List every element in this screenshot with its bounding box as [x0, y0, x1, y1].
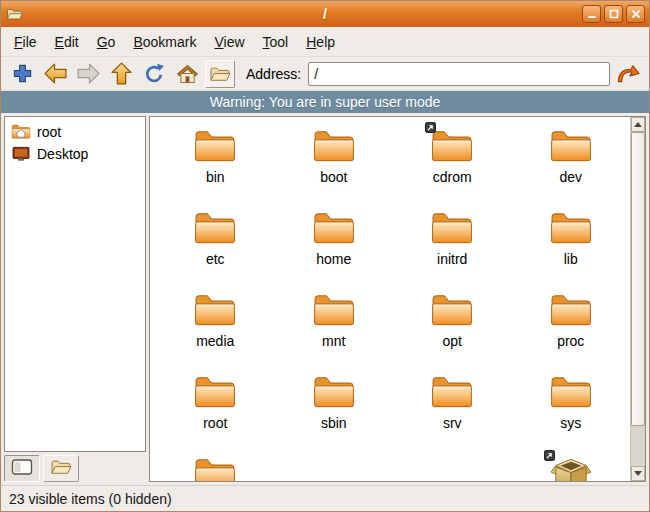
menubar: FileEditGoBookmarkViewToolHelp — [1, 27, 649, 57]
titlebar[interactable]: / — [1, 1, 649, 27]
new-tab-button[interactable] — [7, 60, 37, 88]
places-pane-icon — [11, 458, 33, 479]
close-button[interactable] — [626, 5, 645, 23]
toolbar: Address: — [1, 57, 649, 91]
folder-label: root — [203, 416, 227, 431]
symlink-emblem-icon — [425, 121, 436, 132]
folder-item[interactable]: mnt — [275, 285, 394, 367]
menu-item-edit[interactable]: Edit — [46, 29, 88, 55]
menu-item-bookmark[interactable]: Bookmark — [124, 29, 205, 55]
folder-item[interactable]: sys — [512, 367, 631, 449]
folder-label: cdrom — [433, 170, 472, 185]
folder-icon — [549, 210, 593, 246]
menu-item-go[interactable]: Go — [88, 29, 125, 55]
file-manager-window: / FileEditGoBookmarkViewToolHelp Address… — [0, 0, 650, 512]
go-arrow-icon — [615, 62, 642, 85]
folder-label: media — [196, 334, 234, 349]
folder-item[interactable]: bin — [156, 121, 275, 203]
forward-button[interactable] — [73, 60, 103, 88]
scrollbar-thumb[interactable] — [631, 132, 645, 426]
refresh-icon — [143, 63, 165, 85]
folder-icon — [430, 128, 474, 164]
menu-item-tool[interactable]: Tool — [254, 29, 298, 55]
folder-item[interactable]: home — [275, 203, 394, 285]
window-title: / — [1, 6, 649, 22]
folder-item-partial[interactable] — [512, 449, 631, 481]
folder-icon — [193, 374, 237, 410]
maximize-button[interactable] — [604, 5, 623, 23]
folder-item[interactable]: root — [156, 367, 275, 449]
minimize-button[interactable] — [582, 5, 601, 23]
symlink-emblem-icon — [544, 449, 555, 460]
up-arrow-icon — [110, 61, 133, 86]
folder-label: opt — [443, 334, 462, 349]
toolbar-buttons — [7, 60, 235, 88]
folder-item[interactable]: sbin — [275, 367, 394, 449]
folder-icon — [193, 292, 237, 328]
address-label: Address: — [246, 66, 301, 82]
folder-item-partial[interactable] — [156, 449, 275, 481]
folder-label: initrd — [437, 252, 467, 267]
side-pane: rootDesktop — [4, 116, 146, 482]
home-icon — [176, 63, 199, 84]
menu-item-help[interactable]: Help — [297, 29, 344, 55]
folder-item[interactable]: proc — [512, 285, 631, 367]
folder-item[interactable]: etc — [156, 203, 275, 285]
folder-item[interactable]: opt — [393, 285, 512, 367]
go-button[interactable] — [613, 60, 643, 88]
side-pane-list: rootDesktop — [4, 116, 146, 452]
side-pane-toggles — [4, 455, 146, 482]
side-pane-directory-tree-button[interactable] — [43, 455, 79, 482]
folder-label: home — [316, 252, 351, 267]
open-folder-icon — [209, 65, 231, 83]
back-button[interactable] — [40, 60, 70, 88]
plus-icon — [12, 63, 33, 84]
folder-icon — [193, 128, 237, 164]
folder-item[interactable]: cdrom — [393, 121, 512, 203]
folder-icon — [549, 374, 593, 410]
folder-item[interactable]: lib — [512, 203, 631, 285]
warning-banner: Warning: You are in super user mode — [1, 91, 649, 113]
folder-label: sys — [560, 416, 581, 431]
forward-arrow-icon — [76, 62, 101, 85]
scroll-up-button[interactable] — [631, 117, 645, 132]
content-area: rootDesktop binbootcdromdevetchomeinitrd… — [1, 113, 649, 485]
folder-icon — [549, 128, 593, 164]
up-button[interactable] — [106, 60, 136, 88]
side-pane-places-button[interactable] — [4, 455, 40, 482]
folder-icon — [193, 210, 237, 246]
scrollbar-track[interactable] — [631, 132, 645, 466]
home-button[interactable] — [172, 60, 202, 88]
folder-pane-icon — [50, 458, 72, 479]
sidebar-item-label: root — [37, 124, 61, 140]
folder-label: boot — [320, 170, 347, 185]
folder-label: proc — [557, 334, 584, 349]
folder-label: mnt — [322, 334, 345, 349]
folder-label: lib — [564, 252, 578, 267]
folder-icon — [549, 292, 593, 328]
folder-grid: binbootcdromdevetchomeinitrdlibmediamnto… — [150, 117, 630, 481]
home-folder-icon — [11, 123, 31, 140]
folder-label: srv — [443, 416, 462, 431]
folder-icon — [430, 292, 474, 328]
refresh-button[interactable] — [139, 60, 169, 88]
folder-label: sbin — [321, 416, 347, 431]
folder-item[interactable]: srv — [393, 367, 512, 449]
sidebar-item-desktop[interactable]: Desktop — [7, 143, 143, 165]
open-box-icon — [549, 456, 593, 481]
menu-item-view[interactable]: View — [205, 29, 253, 55]
folder-item[interactable]: media — [156, 285, 275, 367]
open-folder-button[interactable] — [205, 60, 235, 88]
statusbar: 23 visible items (0 hidden) — [1, 485, 649, 511]
folder-item[interactable]: boot — [275, 121, 394, 203]
address-input[interactable] — [308, 62, 610, 86]
sidebar-item-root[interactable]: root — [7, 120, 143, 143]
folder-icon — [312, 210, 356, 246]
scroll-down-button[interactable] — [631, 466, 645, 481]
menu-item-file[interactable]: File — [5, 29, 46, 55]
vertical-scrollbar — [630, 117, 645, 481]
folder-item[interactable]: dev — [512, 121, 631, 203]
folder-item[interactable]: initrd — [393, 203, 512, 285]
desktop-icon — [11, 146, 31, 162]
folder-icon — [193, 456, 237, 481]
